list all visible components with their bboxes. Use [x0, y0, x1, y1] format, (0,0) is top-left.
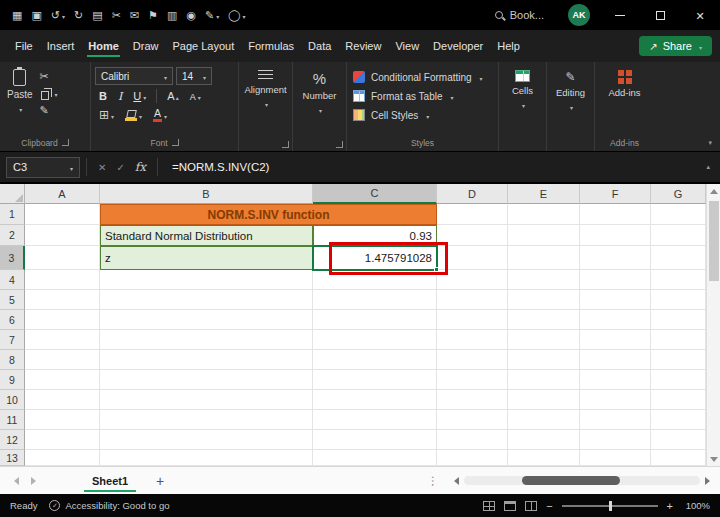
column-header-A[interactable]: A	[25, 184, 100, 204]
formula-bar-expand-button[interactable]	[706, 163, 710, 171]
cell-D12[interactable]	[437, 430, 508, 450]
column-header-F[interactable]: F	[580, 184, 651, 204]
row-header-12[interactable]: 12	[0, 430, 25, 450]
cell-A10[interactable]	[25, 390, 100, 410]
cell-B13[interactable]	[100, 450, 313, 466]
cell-G12[interactable]	[651, 430, 706, 450]
horizontal-scrollbar-thumb[interactable]	[522, 476, 620, 485]
copy-button[interactable]: ▤	[88, 8, 106, 23]
paste-button[interactable]: Paste	[7, 67, 33, 117]
cell-E10[interactable]	[508, 390, 580, 410]
cell-A5[interactable]	[25, 290, 100, 310]
ribbon-group-alignment[interactable]: Alignment	[238, 62, 292, 151]
row-header-7[interactable]: 7	[0, 330, 25, 350]
format-painter-button[interactable]	[40, 104, 58, 117]
cell-A7[interactable]	[25, 330, 100, 350]
cancel-button[interactable]	[93, 162, 111, 173]
row-header-9[interactable]: 9	[0, 370, 25, 390]
cell-G7[interactable]	[651, 330, 706, 350]
cell-A11[interactable]	[25, 410, 100, 430]
add-sheet-button[interactable]	[144, 473, 176, 489]
pin-button[interactable]: ⚑	[144, 8, 162, 23]
cell-A13[interactable]	[25, 450, 100, 466]
row-header-13[interactable]: 13	[0, 450, 25, 466]
cell-A8[interactable]	[25, 350, 100, 370]
zoom-in-button[interactable]	[667, 500, 673, 512]
cell-D4[interactable]	[437, 270, 508, 290]
search-box[interactable]: Book...	[495, 9, 544, 21]
cell-F5[interactable]	[580, 290, 651, 310]
cell-D2[interactable]	[437, 225, 508, 246]
cell-B10[interactable]	[100, 390, 313, 410]
name-box[interactable]: C3	[6, 157, 80, 178]
cell-G8[interactable]	[651, 350, 706, 370]
cell-A3[interactable]	[25, 246, 100, 270]
menu-tab-help[interactable]: Help	[490, 31, 527, 61]
menu-tab-data[interactable]: Data	[301, 31, 338, 61]
cell-F12[interactable]	[580, 430, 651, 450]
cell-E5[interactable]	[508, 290, 580, 310]
row-header-5[interactable]: 5	[0, 290, 25, 310]
cell-F13[interactable]	[580, 450, 651, 466]
dialog-launcher-icon[interactable]	[336, 141, 343, 148]
cell-G1[interactable]	[651, 204, 706, 225]
cell-E1[interactable]	[508, 204, 580, 225]
cell-C2[interactable]: 0.93	[313, 225, 437, 246]
cell-C13[interactable]	[313, 450, 437, 466]
cell-A2[interactable]	[25, 225, 100, 246]
cell-G11[interactable]	[651, 410, 706, 430]
menu-tab-file[interactable]: File	[8, 31, 40, 61]
insert-function-button[interactable]: fx	[130, 160, 151, 174]
cell-E9[interactable]	[508, 370, 580, 390]
column-header-B[interactable]: B	[100, 184, 313, 204]
cell-E6[interactable]	[508, 310, 580, 330]
print-button[interactable]: ▥	[163, 8, 181, 23]
scroll-up-button[interactable]	[707, 184, 720, 198]
menu-tab-draw[interactable]: Draw	[126, 31, 166, 61]
cell-E7[interactable]	[508, 330, 580, 350]
close-button[interactable]	[680, 0, 720, 30]
cell-G3[interactable]	[651, 246, 706, 270]
cell-D3[interactable]	[437, 246, 508, 270]
cell-E2[interactable]	[508, 225, 580, 246]
ribbon-group-add-ins[interactable]: Add-ins Add-ins	[594, 62, 654, 151]
cell-styles-button[interactable]: Cell Styles	[353, 106, 492, 124]
cell-A6[interactable]	[25, 310, 100, 330]
cell-D1[interactable]	[437, 204, 508, 225]
scroll-right-button[interactable]	[705, 477, 710, 485]
next-sheet-button[interactable]	[31, 477, 36, 485]
dialog-launcher-icon[interactable]	[62, 139, 69, 146]
menu-tab-home[interactable]: Home	[81, 31, 126, 61]
cell-F11[interactable]	[580, 410, 651, 430]
cell-D10[interactable]	[437, 390, 508, 410]
menu-tab-view[interactable]: View	[388, 31, 426, 61]
ribbon-group-editing[interactable]: Editing	[546, 62, 594, 151]
underline-button[interactable]	[129, 90, 150, 102]
font-size-select[interactable]: 14	[176, 67, 212, 85]
cell-B1[interactable]: NORM.S.INV function	[100, 204, 437, 225]
enter-button[interactable]	[111, 162, 129, 173]
share-button[interactable]: Share	[639, 36, 712, 56]
font-name-select[interactable]: Calibri	[95, 67, 173, 85]
vertical-scrollbar-thumb[interactable]	[709, 201, 719, 281]
row-header-2[interactable]: 2	[0, 225, 25, 246]
format-as-table-button[interactable]: Format as Table	[353, 87, 492, 105]
cell-F8[interactable]	[580, 350, 651, 370]
borders-button[interactable]	[95, 108, 118, 122]
cell-E11[interactable]	[508, 410, 580, 430]
row-header-4[interactable]: 4	[0, 270, 25, 290]
scroll-left-button[interactable]	[454, 477, 459, 485]
cell-E4[interactable]	[508, 270, 580, 290]
cell-C7[interactable]	[313, 330, 437, 350]
cell-D6[interactable]	[437, 310, 508, 330]
cell-D11[interactable]	[437, 410, 508, 430]
previous-sheet-button[interactable]	[14, 477, 19, 485]
row-header-11[interactable]: 11	[0, 410, 25, 430]
avatar[interactable]: AK	[568, 4, 590, 26]
column-header-C[interactable]: C	[313, 184, 437, 204]
menu-tab-developer[interactable]: Developer	[426, 31, 490, 61]
undo-button[interactable]: ↺	[47, 7, 69, 23]
cell-G9[interactable]	[651, 370, 706, 390]
cell-E3[interactable]	[508, 246, 580, 270]
cell-G5[interactable]	[651, 290, 706, 310]
